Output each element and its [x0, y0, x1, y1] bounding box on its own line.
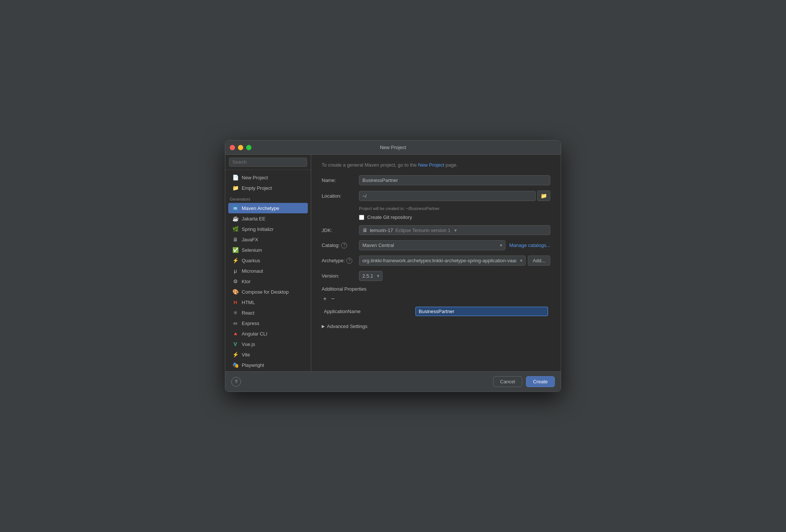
sidebar-item-label: Empty Project [242, 185, 272, 191]
archetype-control: org.linkki-framework.archetypes:linkki-a… [359, 256, 550, 266]
props-toolbar: + − [322, 296, 550, 302]
minimize-button[interactable] [238, 145, 243, 150]
sidebar-item-jakarta-ee[interactable]: ☕ Jakarta EE [228, 213, 308, 224]
name-row: Name: [322, 175, 550, 185]
selenium-icon: ✅ [232, 247, 239, 253]
table-row: ApplicationName [322, 305, 550, 318]
version-select[interactable]: 2.5.1 [359, 271, 383, 281]
version-control: 2.5.1 [359, 271, 550, 281]
prop-value-cell [413, 305, 550, 318]
ktor-icon: ⚙ [232, 278, 239, 285]
version-label: Version: [322, 273, 359, 279]
empty-project-icon: 📁 [232, 185, 239, 191]
new-project-icon: 📄 [232, 174, 239, 181]
archetype-select[interactable]: org.linkki-framework.archetypes:linkki-a… [359, 256, 526, 266]
sidebar-item-maven-archetype[interactable]: m Maven Archetype [228, 203, 308, 213]
hint-prefix: To create a general Maven project, go to… [322, 162, 418, 168]
quarkus-icon: ⚡ [232, 257, 239, 264]
location-hint: Project will be created in: ~/BusinessPa… [359, 206, 550, 211]
archetype-label: Archetype: ? [322, 258, 359, 264]
sidebar-item-micronaut[interactable]: μ Micronaut [228, 266, 308, 276]
catalog-select[interactable]: Maven Central [359, 240, 505, 250]
help-button[interactable]: ? [231, 377, 241, 387]
generators-list: m Maven Archetype ☕ Jakarta EE 🌿 Spring … [225, 203, 311, 371]
catalog-label-text: Catalog: [322, 242, 340, 248]
jdk-icon: 🖥 [362, 227, 368, 233]
sidebar-item-selenium[interactable]: ✅ Selenium [228, 245, 308, 255]
sidebar-item-label: Maven Archetype [242, 205, 279, 211]
sidebar-item-label: Micronaut [242, 268, 263, 274]
folder-button[interactable]: 📁 [537, 191, 550, 201]
sidebar-item-label: React [242, 310, 254, 316]
archetype-select-wrapper: org.linkki-framework.archetypes:linkki-a… [359, 256, 526, 266]
sidebar-item-ktor[interactable]: ⚙ Ktor [228, 276, 308, 287]
sidebar-item-label: Vue.js [242, 341, 255, 347]
sidebar-item-empty-project[interactable]: 📁 Empty Project [228, 183, 308, 193]
additional-properties-section: Additional Properties + − ApplicationNam… [322, 286, 550, 318]
sidebar-item-label: Playwright [242, 362, 264, 368]
name-input[interactable] [359, 175, 550, 185]
prop-value-input[interactable] [415, 307, 548, 316]
advanced-settings-section[interactable]: ▶ Advanced Settings [322, 324, 550, 329]
sidebar-item-cypress[interactable]: ♾ Cypress [228, 370, 308, 371]
sidebar-item-react[interactable]: ⚛ React [228, 307, 308, 318]
git-checkbox[interactable] [359, 215, 364, 220]
sidebar-item-label: Express [242, 321, 259, 326]
catalog-help-icon[interactable]: ? [341, 242, 347, 248]
new-project-link[interactable]: New Project [418, 162, 444, 168]
new-project-window: New Project 📄 New Project 📁 Empty Projec… [225, 140, 561, 392]
cancel-button[interactable]: Cancel [493, 376, 522, 387]
catalog-control: Maven Central Manage catalogs... [359, 240, 550, 250]
name-control [359, 175, 550, 185]
micronaut-icon: μ [232, 267, 239, 274]
sidebar-item-vue-js[interactable]: V Vue.js [228, 339, 308, 349]
sidebar-item-vite[interactable]: ⚡ Vite [228, 349, 308, 360]
remove-property-button[interactable]: − [329, 296, 336, 302]
sidebar-item-angular-cli[interactable]: 🔺 Angular CLI [228, 328, 308, 339]
sidebar-item-label: Jakarta EE [242, 216, 266, 222]
advanced-settings-chevron-icon: ▶ [322, 324, 325, 329]
sidebar-item-quarkus[interactable]: ⚡ Quarkus [228, 255, 308, 266]
jdk-select-wrapper[interactable]: 🖥 temurin-17 Eclipse Temurin version 1 ▾ [359, 225, 550, 235]
sidebar-item-express[interactable]: ex Express [228, 318, 308, 328]
jdk-row: JDK: 🖥 temurin-17 Eclipse Temurin versio… [322, 225, 550, 235]
sidebar-item-new-project[interactable]: 📄 New Project [228, 172, 308, 183]
bottom-bar: ? Cancel Create [225, 371, 561, 392]
location-label: Location: [322, 193, 359, 199]
close-button[interactable] [230, 145, 235, 150]
javafx-icon: 🖥 [232, 236, 239, 243]
hint-text: To create a general Maven project, go to… [322, 162, 550, 168]
location-wrapper: 📁 [359, 191, 550, 201]
git-checkbox-row: Create Git repository [359, 214, 550, 220]
bottom-right: Cancel Create [493, 376, 555, 387]
additional-properties-title: Additional Properties [322, 286, 550, 292]
sidebar-item-label: Vite [242, 352, 250, 358]
create-button[interactable]: Create [526, 376, 555, 387]
version-select-wrapper: 2.5.1 [359, 271, 383, 281]
manage-catalogs-link[interactable]: Manage catalogs... [509, 242, 550, 248]
window-title: New Project [380, 145, 406, 150]
search-input[interactable] [229, 158, 307, 167]
add-button[interactable]: Add... [528, 256, 550, 266]
sidebar-item-javafx[interactable]: 🖥 JavaFX [228, 234, 308, 245]
sidebar-item-playwright[interactable]: 🎭 Playwright [228, 360, 308, 370]
sidebar-item-html[interactable]: H HTML [228, 297, 308, 307]
location-row: Location: 📁 [322, 191, 550, 201]
sidebar-item-compose-desktop[interactable]: 🎨 Compose for Desktop [228, 287, 308, 297]
sidebar-item-spring-initializr[interactable]: 🌿 Spring Initializr [228, 224, 308, 234]
catalog-row-inner: Maven Central Manage catalogs... [359, 240, 550, 250]
add-property-button[interactable]: + [322, 296, 328, 302]
titlebar: New Project [225, 140, 561, 155]
sidebar-item-label: Quarkus [242, 258, 260, 263]
hint-suffix: page. [444, 162, 458, 168]
archetype-row-inner: org.linkki-framework.archetypes:linkki-a… [359, 256, 550, 266]
sidebar-item-label: Ktor [242, 279, 251, 284]
maximize-button[interactable] [246, 145, 251, 150]
archetype-help-icon[interactable]: ? [346, 258, 352, 264]
maven-archetype-icon: m [232, 205, 239, 211]
location-input[interactable] [359, 191, 536, 201]
version-row: Version: 2.5.1 [322, 271, 550, 281]
sidebar-item-label: JavaFX [242, 237, 258, 242]
sidebar-item-label: Selenium [242, 247, 262, 253]
jakarta-ee-icon: ☕ [232, 215, 239, 222]
